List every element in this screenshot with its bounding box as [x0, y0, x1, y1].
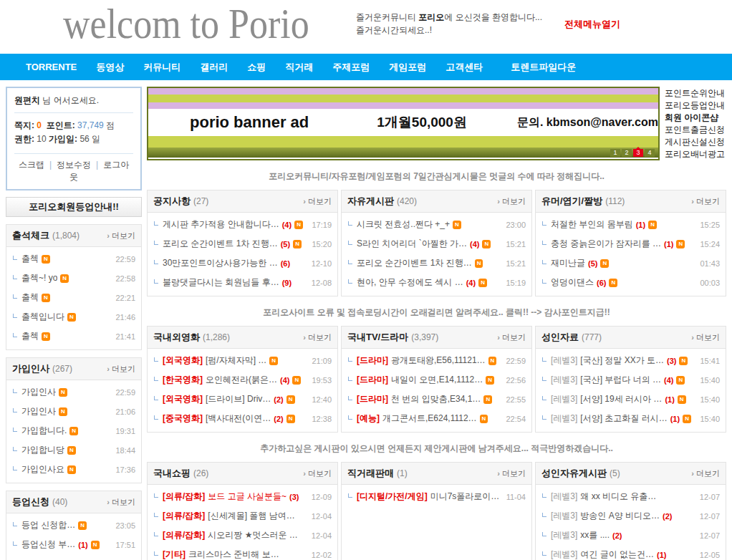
post-title[interactable]: 시크릿 전효성..쩐다 +_+: [357, 218, 450, 231]
board-title[interactable]: 자유게시판: [347, 195, 394, 208]
user-menu-link[interactable]: 스크랩: [19, 160, 57, 170]
post-title[interactable]: xx를 ....: [580, 529, 610, 541]
post-title[interactable]: 천 번의 입맞춤,E34,1…: [391, 393, 481, 405]
site-logo[interactable]: welcom to Porio: [63, 0, 309, 47]
post-title[interactable]: [신세계몰] 폴햄 남여…: [208, 510, 294, 522]
list-item[interactable]: [디지털/가전/게임] 미니7s폴라로이… 11-04: [342, 487, 531, 506]
list-item[interactable]: [외국영화] [드라이브] Driv… (2) N 12:40: [148, 390, 337, 409]
more-link[interactable]: 더보기: [303, 332, 332, 343]
list-item[interactable]: [레벨3] xx를 .... (2) 12-07: [536, 526, 726, 545]
post-title[interactable]: [국산] 정말 XX가 토…: [580, 354, 664, 367]
list-item[interactable]: 포리오 순간이벤트 1차 진행… (5) N 15:20: [148, 234, 337, 254]
post-title[interactable]: 포리오 순간이벤트 1차 진행…: [163, 238, 278, 250]
list-item[interactable]: 등업신청 부… (1) N 17:51: [6, 535, 141, 554]
more-link[interactable]: 더보기: [691, 468, 720, 479]
post-title[interactable]: 가입합니다.: [21, 425, 67, 437]
list-item[interactable]: [드라마] 천 번의 입맞춤,E34,1… N 22:55: [342, 390, 531, 409]
nav-item[interactable]: 게임포럼: [389, 61, 426, 74]
post-title[interactable]: 내일이 오면,E14,1112…: [391, 374, 483, 386]
post-title[interactable]: 여긴 글이 없는건…: [580, 549, 654, 560]
more-link[interactable]: 더보기: [497, 332, 526, 343]
post-title[interactable]: 미니7s폴라로이…: [430, 491, 500, 503]
list-item[interactable]: 등업신청합… (1) N 15:01: [6, 554, 141, 560]
board-title[interactable]: 성인자료: [541, 331, 579, 344]
list-item[interactable]: [의류/잡화] [신세계몰] 폴햄 남여… 12-04: [148, 506, 337, 526]
post-title[interactable]: [드라이브] Driv…: [206, 393, 271, 405]
board-title[interactable]: 성인자유게시판: [541, 467, 607, 480]
board-title[interactable]: 유머/엽기/짤방: [541, 195, 602, 208]
list-item[interactable]: 30만포인트이상사용가능한 … (6) 12-10: [148, 254, 337, 273]
list-item[interactable]: 출첵 N 22:59: [6, 249, 141, 269]
more-link[interactable]: 더보기: [107, 231, 135, 241]
memo-count[interactable]: 0: [37, 120, 42, 130]
list-item[interactable]: [레벨3] [서양] 19세 러시아 … (1) N 15:40: [536, 390, 726, 409]
post-title[interactable]: [백사대전(이연…: [206, 412, 271, 425]
all-menu-open-link[interactable]: 전체메뉴열기: [564, 18, 620, 31]
more-link[interactable]: 더보기: [303, 468, 332, 479]
post-title[interactable]: 30만포인트이상사용가능한 …: [163, 257, 278, 269]
nav-item[interactable]: 토렌트파일다운: [511, 61, 576, 74]
user-name[interactable]: 원편치: [14, 95, 40, 105]
list-item[interactable]: 충청 중늙은이가 잠자리를 … (1) N 15:24: [536, 234, 726, 254]
nav-item[interactable]: 직거래: [285, 61, 313, 74]
list-item[interactable]: 가입합니다. N 19:31: [6, 421, 141, 440]
post-title[interactable]: 가입합니당: [21, 444, 64, 456]
list-item[interactable]: 출첵 N 21:41: [6, 327, 141, 346]
nav-item[interactable]: TORRENTE: [26, 62, 77, 72]
nav-item[interactable]: 고객센타: [446, 61, 483, 74]
post-title[interactable]: 불량댓글다시는 회원님들 후…: [163, 276, 279, 289]
list-item[interactable]: [레벨3] 여긴 글이 없는건… (1) 12-05: [536, 545, 726, 560]
list-item[interactable]: [레벨3] [서양] 초고화질 러시… (1) N 15:40: [536, 409, 726, 428]
list-item[interactable]: [예능] 개그콘서트,E624,1112… N 22:54: [342, 409, 531, 428]
list-item[interactable]: 시크릿 전효성..쩐다 +_+ N 23:00: [342, 215, 531, 234]
list-item[interactable]: 출첵~! yo N 22:58: [6, 269, 141, 288]
list-item[interactable]: 재미난글 (5) N 01:43: [536, 254, 726, 273]
list-item[interactable]: S라인 치어리더 `아찔한 가… (4) N 15:21: [342, 234, 531, 254]
nav-item[interactable]: 커뮤니티: [143, 61, 180, 74]
banner-page-4[interactable]: 4: [645, 149, 655, 157]
more-link[interactable]: 더보기: [303, 196, 332, 207]
quick-link[interactable]: 포리오등업안내: [665, 100, 732, 112]
more-link[interactable]: 더보기: [691, 332, 720, 343]
post-title[interactable]: 보드 고글 사실분들~: [208, 491, 286, 503]
post-title[interactable]: [국산] 부럽다 너의 …: [580, 374, 661, 386]
post-title[interactable]: 출첵: [21, 291, 39, 304]
list-item[interactable]: [기타] 크리스마스 준비해 보… 12-02: [148, 545, 337, 560]
list-item[interactable]: [의류/잡화] 시오리짱 ★멋스러운 … 12-04: [148, 526, 337, 545]
post-title[interactable]: 출첵입니다: [21, 311, 64, 323]
list-item[interactable]: 불량댓글다시는 회원님들 후… (9) 12-08: [148, 273, 337, 292]
list-item[interactable]: [레벨3] 방송인 A양 비디오… (2) 12-07: [536, 506, 726, 526]
post-title[interactable]: 개그콘서트,E624,1112…: [382, 412, 477, 425]
quick-link[interactable]: 포인트출금신청: [665, 124, 732, 136]
post-title[interactable]: 가입인사: [21, 405, 56, 417]
board-title[interactable]: 국내쇼핑: [153, 467, 191, 480]
list-item[interactable]: 처절한 부인의 몸부림 (1) N 15:25: [536, 215, 726, 234]
list-item[interactable]: [의류/잡화] 보드 고글 사실분들~ (3) 12-09: [148, 487, 337, 506]
post-title[interactable]: 등업 신청합…: [21, 519, 75, 531]
post-title[interactable]: 출첵~! yo: [21, 272, 57, 284]
list-item[interactable]: 포리오 순간이벤트 1차 진행… N 15:21: [342, 254, 531, 273]
list-item[interactable]: [레벨3] 왜 xx 비디오 유출… 12-07: [536, 487, 726, 506]
post-title[interactable]: 광개토태왕,E56,11121…: [391, 354, 486, 367]
post-title[interactable]: [서양] 19세 러시아 …: [580, 393, 662, 405]
post-title[interactable]: 크리스마스 준비해 보…: [188, 549, 279, 560]
banner-page-3-active[interactable]: 3: [633, 149, 643, 157]
quick-link[interactable]: 포리오배너광고: [665, 148, 732, 160]
post-title[interactable]: 등업신청 부…: [21, 539, 75, 551]
nav-item[interactable]: 주제포럼: [332, 61, 370, 74]
list-item[interactable]: 게시판 추가적용 안내합니다… (4) N 17:19: [148, 215, 337, 234]
banner-ad[interactable]: porio banner ad 1개월50,000원 문의. kbmson@na…: [147, 87, 660, 160]
list-item[interactable]: 가입합니당 N 18:44: [6, 440, 141, 460]
board-title[interactable]: 등업신청: [12, 496, 49, 508]
post-title[interactable]: 출첵: [21, 253, 39, 265]
more-link[interactable]: 더보기: [107, 497, 135, 508]
board-title[interactable]: 가입인사: [12, 362, 49, 375]
post-title[interactable]: [서양] 초고화질 러시…: [580, 412, 667, 425]
list-item[interactable]: 가입인사 N 21:06: [6, 402, 141, 421]
post-title[interactable]: [펌/자체자막] …: [206, 354, 266, 367]
banner-page-1[interactable]: 1: [610, 149, 620, 157]
list-item[interactable]: 출첵 N 22:21: [6, 288, 141, 307]
list-item[interactable]: 출첵입니다 N 21:46: [6, 307, 141, 327]
post-title[interactable]: 현아, 안무 수정에도 섹시 …: [357, 276, 463, 289]
post-title[interactable]: 시오리짱 ★멋스러운 …: [208, 529, 297, 541]
